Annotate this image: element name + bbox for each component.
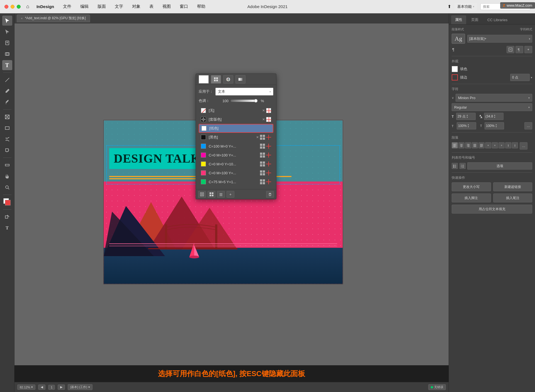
content-collector[interactable]: [2, 49, 12, 59]
menu-file[interactable]: 文件: [61, 3, 73, 10]
align-j1-btn[interactable]: ∥: [505, 142, 511, 148]
maximize-button[interactable]: [17, 5, 21, 9]
fill-swatch[interactable]: [452, 66, 458, 72]
apply-dropdown[interactable]: 文本 ▾: [215, 88, 273, 95]
color-item-black[interactable]: [黑色] ✕: [199, 133, 273, 142]
transform-tool[interactable]: [2, 145, 12, 155]
menu-view[interactable]: 视图: [161, 3, 172, 10]
selection-tool[interactable]: [2, 16, 12, 26]
align-left-btn[interactable]: [452, 142, 458, 148]
tab-close-btn[interactable]: ×: [21, 17, 23, 20]
scale-v-spinner[interactable]: ▲ ▼: [495, 124, 497, 128]
menu-indesign[interactable]: InDesign: [35, 3, 56, 10]
zoom-tool[interactable]: [2, 182, 12, 192]
para-icon-1[interactable]: [507, 46, 514, 53]
tab-properties[interactable]: 属性: [451, 15, 466, 24]
pencil-tool[interactable]: [2, 86, 12, 96]
eyedropper-tool[interactable]: [2, 97, 12, 107]
page-number[interactable]: 1: [48, 385, 55, 390]
panel-list-btn[interactable]: [217, 191, 225, 198]
scissors-tool[interactable]: [2, 134, 12, 144]
workspace-selector[interactable]: 基本功能 ▾: [454, 3, 477, 10]
menu-window[interactable]: 窗口: [178, 3, 190, 10]
fill-color[interactable]: [2, 197, 12, 207]
panel-delete-btn[interactable]: [266, 191, 274, 198]
menu-layout[interactable]: 版面: [96, 3, 108, 10]
color-item-green[interactable]: C=75 M=5 Y=1...: [199, 177, 273, 186]
type-tool-bottom[interactable]: T: [2, 223, 12, 233]
direct-select-tool[interactable]: [2, 27, 12, 37]
stroke-value-box[interactable]: 0 点: [510, 74, 530, 81]
font-size-spinner[interactable]: ▲ ▼: [466, 114, 468, 119]
prev-page-btn[interactable]: ◀: [38, 384, 45, 390]
menu-edit[interactable]: 编辑: [79, 3, 90, 10]
scale-h-box[interactable]: 100% ▲ ▼: [457, 122, 476, 129]
align-center-jp-btn[interactable]: ≡: [492, 142, 498, 148]
panel-grid-btn[interactable]: [208, 191, 215, 198]
size-down[interactable]: ▼: [466, 116, 468, 119]
home-icon[interactable]: ⌂: [26, 4, 29, 9]
more-para-btn[interactable]: …: [520, 142, 527, 150]
scale-v-box[interactable]: 100% ▲ ▼: [485, 122, 504, 129]
color-item-yellow[interactable]: C=0 M=0 Y=10...: [199, 160, 273, 168]
align-right-btn[interactable]: [465, 142, 471, 148]
change-case-btn[interactable]: 更改大小写: [452, 182, 491, 191]
leading-spinner[interactable]: ▲ ▼: [493, 114, 496, 119]
unordered-list-btn[interactable]: [452, 163, 458, 169]
document-tab[interactable]: × *Add_text.indd @ 82% [GPU 预览] [转换]: [17, 14, 90, 22]
color-item-pink[interactable]: C=0 M=100 Y=...: [199, 168, 273, 177]
font-name-dropdown[interactable]: Minion Pro ▾: [456, 94, 532, 102]
upload-icon[interactable]: ⬆: [448, 4, 451, 9]
menu-object[interactable]: 对象: [130, 3, 142, 10]
paragraph-style-dropdown[interactable]: [基本段落]+ ▾: [467, 35, 532, 43]
list-options-btn[interactable]: 选项: [467, 162, 532, 170]
menu-help[interactable]: 帮助: [195, 3, 207, 10]
para-icon-2[interactable]: ¶: [515, 46, 523, 53]
minimize-button[interactable]: [11, 5, 14, 9]
palette-view-btn[interactable]: [223, 75, 233, 84]
gradient-view-btn[interactable]: [235, 75, 245, 84]
align-justify-btn[interactable]: [472, 142, 478, 148]
leading-box[interactable]: (34.8 ▲ ▼: [484, 113, 504, 120]
page-info-btn[interactable]: [基本] (工作) ▾: [68, 384, 93, 390]
type-tool[interactable]: T: [2, 60, 12, 70]
scale-h-down[interactable]: ▼: [467, 126, 470, 128]
hand-tool[interactable]: [2, 171, 12, 181]
close-button[interactable]: [4, 5, 8, 9]
scale-h-spinner[interactable]: ▲ ▼: [467, 124, 470, 128]
align-center-btn[interactable]: [458, 142, 465, 148]
color-item-registration[interactable]: [套版色] ✕: [199, 115, 273, 124]
document-canvas[interactable]: ✏ DESIGN TALK: [14, 23, 449, 392]
frame-tool-bottom[interactable]: [2, 212, 12, 222]
ordered-list-btn[interactable]: 1.2.3.: [459, 163, 466, 169]
stroke-swatch[interactable]: [452, 74, 458, 80]
zoom-display[interactable]: 82.12% ▾: [17, 384, 35, 390]
align-left-jp-btn[interactable]: ≡: [485, 142, 491, 148]
tint-slider[interactable]: [231, 99, 259, 103]
scale-v-down[interactable]: ▼: [495, 126, 497, 128]
color-item-magenta[interactable]: C=0 M=100 Y=...: [199, 151, 273, 160]
tab-cc-libraries[interactable]: CC Libraries: [483, 15, 511, 24]
insert-footnote-btn[interactable]: 插入脚注: [452, 193, 491, 202]
swatches-view-btn[interactable]: [211, 75, 221, 84]
rectangle-frame-tool[interactable]: [2, 112, 12, 122]
color-item-paper[interactable]: [纸色]: [199, 124, 273, 133]
more-char-btn[interactable]: …: [524, 122, 532, 129]
color-item-none[interactable]: [无] ✕: [199, 106, 273, 115]
color-preview[interactable]: [199, 75, 209, 84]
color-item-cyan[interactable]: C=100 M=0 Y=...: [199, 142, 273, 151]
leading-down[interactable]: ▼: [493, 116, 496, 119]
panel-color-info-btn[interactable]: [198, 191, 206, 198]
align-right-jp-btn[interactable]: ≡: [498, 142, 505, 148]
tab-pages[interactable]: 页面: [467, 15, 482, 24]
menu-table[interactable]: 表: [148, 3, 155, 10]
menu-text[interactable]: 文字: [113, 3, 125, 10]
align-j2-btn[interactable]: ∥: [512, 142, 518, 148]
error-status[interactable]: 无错误: [428, 384, 446, 390]
insert-endnote-btn[interactable]: 插入尾注: [493, 193, 532, 202]
panel-add-btn[interactable]: +: [227, 191, 234, 198]
new-hyperlink-btn[interactable]: 新建超链接: [493, 182, 532, 191]
font-style-dropdown[interactable]: Regular ▾: [452, 103, 532, 111]
fill-placeholder-btn[interactable]: 用占位符文本填充: [452, 205, 532, 214]
rectangle-tool[interactable]: [2, 123, 12, 133]
